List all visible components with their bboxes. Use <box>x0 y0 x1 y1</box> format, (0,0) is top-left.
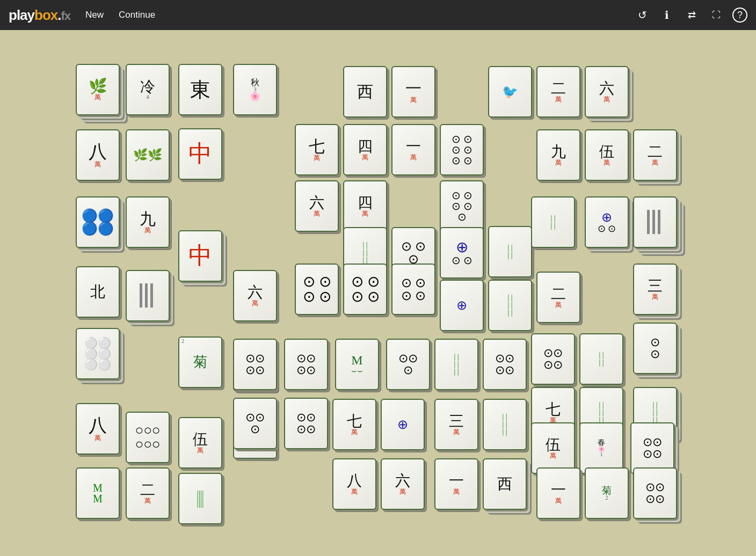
logo-fx: fx <box>61 9 71 23</box>
tile[interactable]: 二 萬 <box>633 129 677 181</box>
tile[interactable]: 中 <box>178 230 222 282</box>
tile[interactable]: 二 萬 <box>126 467 170 519</box>
tile[interactable]: 二 萬 <box>536 66 580 118</box>
tile[interactable]: 八 萬 <box>76 403 120 455</box>
tile[interactable]: ⊙⊙ ⊙⊙ <box>284 339 328 390</box>
tile[interactable]: | | | | <box>488 226 532 277</box>
tile[interactable]: 一 萬 <box>536 467 580 519</box>
tile[interactable]: 一 萬 <box>391 124 435 175</box>
tile[interactable]: 🌿 萬 <box>76 64 120 115</box>
tile[interactable]: ⊙⊙ ⊙ <box>386 339 430 390</box>
refresh-icon[interactable]: ↺ <box>634 6 651 24</box>
tile[interactable]: 🌿🌿 <box>126 129 170 181</box>
tile[interactable]: ⊕ <box>440 280 484 331</box>
shuffle-icon[interactable]: ⇄ <box>683 6 700 24</box>
tile[interactable]: ⊙⊙ ⊙⊙ <box>531 333 575 385</box>
tile[interactable]: ⊕ ⊙ ⊙ <box>585 196 629 248</box>
header-icons: ↺ ℹ ⇄ ⛶ ? <box>634 6 747 24</box>
tile[interactable]: 六 萬 <box>295 180 339 232</box>
tile[interactable]: | | | | | | <box>434 339 478 390</box>
tile[interactable]: 伍 萬 <box>585 129 629 181</box>
tile[interactable]: 北 <box>76 266 120 318</box>
tile[interactable]: 九 萬 <box>126 196 170 248</box>
tile[interactable]: 伍 萬 <box>178 417 222 469</box>
info-icon[interactable]: ℹ <box>658 6 675 24</box>
tile[interactable]: M ⌣⌣ <box>335 339 379 390</box>
tile[interactable]: ⊙ ⊙ ⊙ ⊙ ⊙ <box>440 180 484 232</box>
tile[interactable]: ⊙ ⊙ ⊙ ⊙ ⊙ ⊙ <box>440 124 484 175</box>
tile[interactable]: ⊕ <box>381 399 425 450</box>
tile[interactable]: 六 萬 <box>585 66 629 118</box>
tile[interactable]: 🔵🔵 🔵🔵 <box>76 196 120 248</box>
tile[interactable]: ⊙⊙ ⊙⊙ <box>483 339 527 390</box>
tile[interactable]: | | | | <box>579 333 623 385</box>
logo-play: play <box>9 7 34 23</box>
logo-box: box <box>34 7 57 23</box>
tile[interactable]: ⊙⊙ ⊙⊙ <box>633 467 677 519</box>
tile[interactable]: 🐦 <box>488 66 532 118</box>
tile[interactable]: ⊙⊙ ⊙⊙ <box>233 339 277 390</box>
tile[interactable]: | | | | | | <box>483 399 527 450</box>
tile[interactable]: 中 <box>178 128 222 180</box>
tile[interactable]: ⊙ ⊙ ⊙ ⊙ <box>343 264 387 315</box>
tile[interactable]: ⚪⚪ ⚪⚪ ⚪⚪ <box>76 328 120 379</box>
tile[interactable]: 春 🌸 1 <box>579 422 623 474</box>
tile[interactable]: ⊙ ⊙ <box>633 323 677 374</box>
tile[interactable]: 九 萬 <box>536 129 580 181</box>
tile[interactable]: 六 萬 <box>233 270 277 321</box>
mahjong-board: 🌿 萬 八 萬 🔵🔵 🔵🔵 北 ⚪⚪ ⚪⚪ ⚪ <box>69 38 687 548</box>
tile[interactable]: 西 <box>483 458 527 510</box>
tile[interactable]: |||| |||| <box>178 473 222 524</box>
tile[interactable]: ○○○ ○○○ <box>126 412 170 463</box>
tile[interactable]: ⊙ ⊙ ⊙ ⊙ <box>295 264 339 315</box>
tile[interactable]: 秋 3 🌸 <box>233 64 277 115</box>
tile[interactable]: ⊙ ⊙ ⊙ ⊙ <box>391 264 435 315</box>
tile[interactable]: 六 萬 <box>381 458 425 510</box>
tile[interactable]: ▌▌▌ ▌▌▌ ▌▌▌ <box>126 270 170 321</box>
tile[interactable]: 東 <box>178 64 222 115</box>
tile[interactable]: 七 萬 <box>332 399 376 450</box>
tile[interactable]: 一 萬 <box>391 66 435 118</box>
tile[interactable]: 八 萬 <box>332 458 376 510</box>
tile[interactable]: ⊙⊙ ⊙ <box>233 398 277 449</box>
tile[interactable]: 八 萬 <box>76 129 120 181</box>
tile[interactable]: 菊 2 <box>178 336 222 388</box>
tile[interactable]: 四 萬 <box>343 124 387 175</box>
tile[interactable]: 二 萬 <box>536 272 580 323</box>
tile[interactable]: 伍 萬 <box>531 422 575 474</box>
tile[interactable]: 一 萬 <box>434 458 478 510</box>
tile[interactable]: 三 萬 <box>633 264 677 315</box>
tile[interactable]: 四 萬 <box>343 180 387 232</box>
tile[interactable]: | | | | <box>531 196 575 248</box>
tile[interactable]: 三 萬 <box>434 399 478 450</box>
tile[interactable]: 七 萬 <box>295 124 339 175</box>
tile[interactable]: M M <box>76 467 120 519</box>
help-icon[interactable]: ? <box>732 8 747 23</box>
tile[interactable]: | | | | | | <box>488 280 532 331</box>
tile[interactable]: ⊙⊙ ⊙⊙ <box>630 422 674 474</box>
tile[interactable]: ▌▌▌ ▌▌▌ ▌▌▌ <box>633 196 677 248</box>
fullscreen-icon[interactable]: ⛶ <box>708 6 725 24</box>
header: playbox.fx New Continue ↺ ℹ ⇄ ⛶ ? <box>0 0 756 30</box>
nav-continue[interactable]: Continue <box>119 10 155 20</box>
tile[interactable]: ⊕ ⊙ ⊙ <box>440 227 484 279</box>
tile[interactable]: 冷 4 <box>126 64 170 115</box>
game-area: 🌿 萬 八 萬 🔵🔵 🔵🔵 北 ⚪⚪ ⚪⚪ ⚪ <box>0 30 756 556</box>
logo: playbox.fx <box>9 7 70 24</box>
tile[interactable]: 西 <box>343 66 387 118</box>
nav-new[interactable]: New <box>85 10 104 20</box>
tile[interactable]: ⊙⊙ ⊙⊙ <box>284 398 328 449</box>
tile[interactable]: 菊 2 <box>585 467 629 519</box>
